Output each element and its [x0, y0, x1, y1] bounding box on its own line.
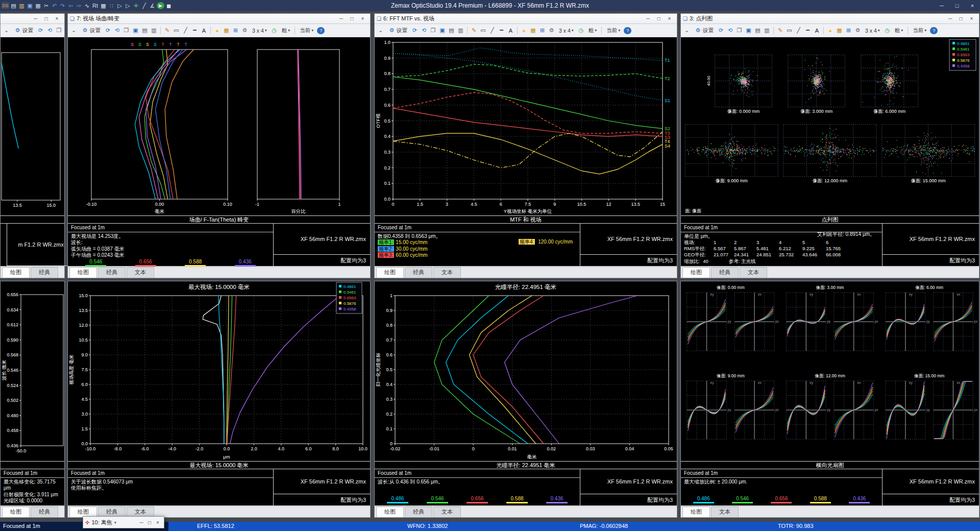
new-file-icon[interactable]: ▤ [10, 2, 17, 10]
tab-inactive[interactable]: 文本 [740, 267, 767, 278]
panel-collapse-icon[interactable]: ⌄ [377, 27, 384, 35]
window-titlebar[interactable]: ❏ 6: FFT MTF vs. 视场 ─□× [375, 14, 677, 24]
plus-tool-icon[interactable]: ✛ [132, 2, 140, 10]
gear-menu-icon[interactable]: ⚙ [854, 27, 862, 35]
minimize-button[interactable]: ─ [945, 16, 955, 21]
grid-layout-icon[interactable]: ▦ [529, 27, 537, 35]
print-icon[interactable]: ▦ [34, 2, 42, 10]
maximize-button[interactable]: □ [955, 16, 966, 21]
rectangle-annotation-icon[interactable]: ▭ [173, 27, 180, 35]
save-layout-icon[interactable]: ⊞ [845, 27, 852, 35]
line-annotation-icon[interactable]: ╱ [795, 27, 802, 35]
refresh-icon[interactable]: ⟳ [411, 27, 419, 35]
line-weight-button[interactable]: 粗▾ [586, 26, 599, 35]
grid-layout-icon[interactable]: ▦ [223, 27, 230, 35]
ray-trace-icon[interactable]: ∿ [83, 2, 91, 10]
tab-inactive[interactable]: 经典 [98, 506, 126, 517]
forward-arrow-icon[interactable]: ⇨ [75, 2, 83, 10]
save-icon[interactable]: ▣ [745, 27, 752, 35]
refresh-icon[interactable]: ⟳ [104, 27, 112, 35]
refresh-all-icon[interactable]: ⟲ [113, 27, 121, 35]
play2-tool-icon[interactable]: ▷ [124, 2, 132, 10]
print-preview-icon[interactable]: ▥ [150, 27, 158, 35]
close-button[interactable]: × [965, 0, 980, 11]
tab-inactive[interactable]: 文本 [711, 506, 739, 517]
tab-active[interactable]: 绘图 [682, 267, 710, 278]
window-titlebar[interactable]: ❏ 7: 视场 场曲/畸变 ─□× [68, 14, 370, 24]
rectangle-annotation-icon[interactable]: ▭ [479, 27, 487, 35]
refresh-all-icon[interactable]: ⟲ [726, 27, 734, 35]
tab-inactive[interactable]: 文本 [433, 506, 461, 517]
minimize-button[interactable]: ─ [934, 0, 949, 11]
floating-window-defocus[interactable]: ✜ 10: 离焦 ▾ ─□× [83, 516, 164, 528]
tab-inactive[interactable]: 经典 [31, 267, 58, 278]
tab-inactive[interactable]: 经典 [98, 267, 126, 278]
clock-icon[interactable]: ◷ [577, 27, 585, 35]
line-annotation-icon[interactable]: ╱ [182, 27, 189, 35]
chevron-down-icon[interactable]: ▾ [114, 520, 116, 525]
tab-active[interactable]: 绘图 [376, 506, 404, 517]
gear-menu-icon[interactable]: ⚙ [241, 27, 249, 35]
current-button[interactable]: 当前▾ [298, 26, 315, 35]
tab-inactive[interactable]: 文本 [127, 267, 154, 278]
help-icon[interactable]: ? [317, 27, 325, 35]
text-annotation-icon[interactable]: A [813, 27, 821, 35]
bulb-icon[interactable]: ● [213, 27, 221, 35]
slope-tool-icon[interactable]: ╱ [140, 2, 148, 10]
hline-annotation-icon[interactable]: ━ [804, 27, 812, 35]
settings-button[interactable]: ⚙设置 [386, 26, 409, 36]
redo-icon[interactable]: ↷ [59, 2, 66, 10]
refresh-all-icon[interactable]: ⟲ [46, 27, 54, 35]
minimize-button[interactable]: ─ [336, 16, 347, 21]
clock-icon[interactable]: ◷ [271, 27, 278, 35]
back-arrow-icon[interactable]: ⇦ [67, 2, 75, 10]
line-annotation-icon[interactable]: ╱ [488, 27, 496, 35]
maximize-button[interactable]: □ [145, 520, 154, 525]
minimize-button[interactable]: ─ [30, 16, 41, 21]
settings-button[interactable]: ⚙设置 [79, 26, 103, 36]
current-button[interactable]: 当前▾ [604, 26, 622, 35]
grid-size-button[interactable]: 3 x 4▾ [863, 27, 882, 35]
window-titlebar[interactable]: ❏ 3: 点列图 ─□× [681, 14, 979, 24]
save-icon[interactable]: ▣ [132, 27, 139, 35]
tab-inactive[interactable]: 经典 [405, 267, 432, 278]
maximize-button[interactable]: □ [653, 16, 664, 21]
bulb-icon[interactable]: ● [520, 27, 528, 35]
dot-grid-icon[interactable]: ∷ [108, 2, 115, 10]
pencil-icon[interactable]: ✎ [470, 27, 478, 35]
tab-active[interactable]: 绘图 [2, 267, 30, 278]
minimize-button[interactable]: ─ [643, 16, 653, 21]
undo-icon[interactable]: ↶ [51, 2, 58, 10]
settings-button[interactable]: ⚙设置 [692, 26, 716, 36]
pencil-icon[interactable]: ✎ [163, 27, 171, 35]
tab-active[interactable]: 绘图 [69, 506, 97, 517]
pencil-icon[interactable]: ✎ [776, 27, 784, 35]
clock-icon[interactable]: ◷ [884, 27, 891, 35]
grid-size-button[interactable]: 3 x 4▾ [250, 27, 269, 35]
refresh-icon[interactable]: ⟳ [37, 27, 44, 35]
settings-button[interactable]: ⚙设置 [12, 26, 35, 36]
cut-icon[interactable]: ✂ [42, 2, 50, 10]
ds-logo-icon[interactable]: DS [2, 2, 9, 10]
close-button[interactable]: × [154, 520, 162, 525]
play-tool-icon[interactable]: ▷ [116, 2, 124, 10]
save-icon[interactable]: ▣ [438, 27, 446, 35]
text-annotation-icon[interactable]: A [507, 27, 514, 35]
current-button[interactable]: 当前▾ [911, 26, 928, 35]
refresh-all-icon[interactable]: ⟲ [420, 27, 428, 35]
copy-icon[interactable]: ❐ [429, 27, 437, 35]
hline-annotation-icon[interactable]: ━ [498, 27, 505, 35]
tab-active[interactable]: 绘图 [376, 267, 404, 278]
close-button[interactable]: × [966, 16, 977, 21]
tab-inactive[interactable]: 文本 [127, 506, 154, 517]
panel-collapse-icon[interactable]: ⌄ [3, 27, 10, 35]
run-icon[interactable]: ▶ [157, 2, 164, 10]
copy-icon[interactable]: ❐ [736, 27, 743, 35]
stop-icon[interactable]: ◼ [165, 2, 173, 10]
window-titlebar[interactable]: ─□× [1, 14, 64, 24]
print-icon[interactable]: ▤ [754, 27, 762, 35]
hline-annotation-icon[interactable]: ━ [191, 27, 199, 35]
rectangle-annotation-icon[interactable]: ▭ [786, 27, 793, 35]
print-preview-icon[interactable]: ▥ [763, 27, 771, 35]
print-icon[interactable]: ▤ [448, 27, 455, 35]
